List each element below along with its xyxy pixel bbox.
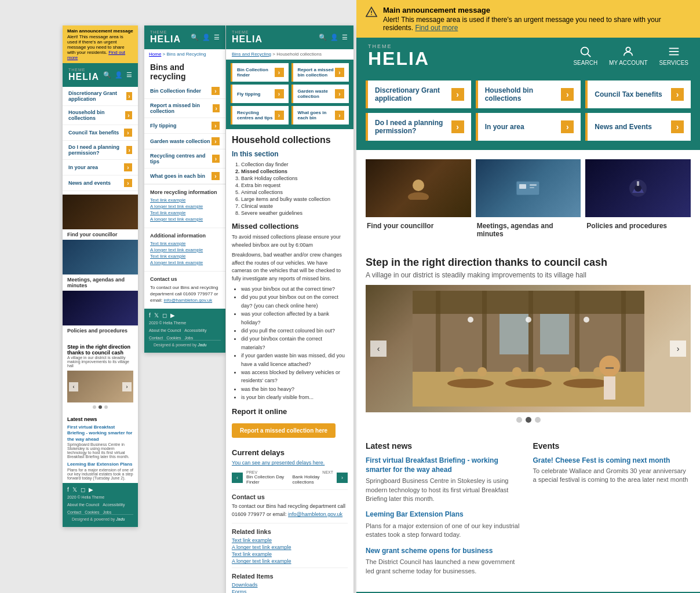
sm1-card-meetings[interactable]	[63, 240, 138, 274]
news-title-1[interactable]: First virtual Breakfast Briefing - worki…	[366, 456, 524, 474]
p3-nav-finder[interactable]: Bin Collection finder ›	[231, 63, 289, 82]
logo[interactable]: THEME HELIA	[368, 43, 429, 68]
sm1-instagram[interactable]: ◻	[81, 486, 85, 493]
news-title-3[interactable]: New grant scheme opens for business	[366, 547, 524, 556]
sm2-nav-fly[interactable]: Fly tipping ›	[144, 118, 225, 134]
sm1-facebook[interactable]: f	[67, 486, 69, 493]
p3-search-icon[interactable]: 🔍	[319, 34, 327, 41]
p3-related-link-4[interactable]: A longer text link example	[232, 558, 348, 564]
p3-nav-missed[interactable]: Report a missed bin collection ›	[291, 63, 349, 82]
sm2-footer-jobs[interactable]: Jobs	[184, 336, 193, 340]
sm2-instagram[interactable]: ◻	[162, 312, 167, 319]
nav-tile-news[interactable]: News and Events ›	[585, 113, 691, 141]
nav-tile-area[interactable]: In your area ›	[476, 113, 581, 141]
sm2-add-link-4[interactable]: A longer text link example	[150, 260, 220, 265]
sm2-jadu[interactable]: Jadu	[198, 343, 206, 347]
sm2-more-link-3[interactable]: Text link example	[150, 210, 220, 215]
sm1-news-title-2[interactable]: Leeming Bar Extension Plans	[67, 462, 133, 467]
sm2-more-link-4[interactable]: A longer text link example	[150, 217, 220, 222]
sm2-nav-finder[interactable]: Bin Collection finder ›	[144, 83, 225, 99]
p3-related-link-3[interactable]: Text link example	[232, 551, 348, 557]
sm1-jadu[interactable]: Jadu	[116, 517, 125, 521]
nav-tile-household[interactable]: Household bin collections ›	[476, 80, 581, 108]
nav-tile-council-tax[interactable]: Council Tax benefits ›	[585, 80, 691, 108]
sm1-menu-icon[interactable]: ☰	[126, 71, 132, 79]
sm1-nav-household[interactable]: Household bin collections ›	[63, 106, 138, 125]
sm1-twitter[interactable]: 𝕏	[72, 486, 77, 493]
p3-related-item-downloads[interactable]: Downloads	[232, 582, 348, 588]
sm2-logo[interactable]: THEME HELIA	[150, 30, 181, 45]
p3-logo[interactable]: THEME HELIA	[232, 30, 262, 45]
sm2-more-link-1[interactable]: Text link example	[150, 197, 220, 203]
p3-related-link-2[interactable]: A longer text link example	[232, 544, 348, 550]
sm2-breadcrumb-home[interactable]: Home	[149, 52, 161, 57]
sm2-nav-missed[interactable]: Report a missed bin collection ›	[144, 99, 225, 118]
sm1-card-councillor[interactable]	[63, 195, 138, 229]
p3-account-icon[interactable]: 👤	[330, 34, 338, 41]
p3-prev-button[interactable]: ‹	[232, 473, 243, 483]
p3-nav-fly[interactable]: Fly tipping ›	[231, 85, 289, 103]
p3-contact-email[interactable]: info@hambleton.gov.uk	[288, 511, 342, 517]
card-councillor[interactable]: Find your councillor	[366, 159, 471, 238]
sm1-logo[interactable]: THEME HELIA	[68, 68, 99, 82]
sm1-dot-1[interactable]	[93, 405, 96, 409]
nav-tile-discretionary[interactable]: Discretionary Grant application ›	[366, 80, 471, 108]
sm2-nav-bins[interactable]: What goes in each bin ›	[144, 169, 225, 184]
sm2-add-link-3[interactable]: Text link example	[150, 254, 220, 259]
account-button[interactable]: MY ACCOUNT	[609, 45, 648, 66]
sm2-add-link-2[interactable]: A longer text link example	[150, 247, 220, 252]
sm2-account-icon[interactable]: 👤	[202, 34, 210, 41]
sm1-search-icon[interactable]: 🔍	[103, 71, 111, 79]
sm1-dot-3[interactable]	[104, 405, 108, 409]
sm1-footer-jobs[interactable]: Jobs	[103, 510, 111, 514]
carousel-dot-2[interactable]	[526, 417, 531, 423]
sm2-twitter[interactable]: 𝕏	[154, 312, 159, 319]
sm1-footer-contact[interactable]: Contact	[67, 510, 81, 514]
nav-tile-planning[interactable]: Do I need a planning permission? ›	[366, 113, 471, 141]
sm1-news-title-1[interactable]: First virtual Breakfast Briefing - worki…	[67, 424, 133, 442]
news-title-2[interactable]: Leeming Bar Extension Plans	[366, 510, 524, 519]
sm2-nav-garden[interactable]: Garden waste collection ›	[144, 134, 225, 149]
sm1-footer-about[interactable]: About the Council	[67, 503, 99, 507]
carousel-dot-1[interactable]	[516, 417, 522, 423]
sm1-dot-2[interactable]	[99, 405, 102, 409]
sm2-footer-about[interactable]: About the Council	[149, 328, 181, 332]
sm1-footer-cookies[interactable]: Cookies	[85, 510, 99, 514]
sm2-menu-icon[interactable]: ☰	[214, 34, 220, 41]
carousel-prev-button[interactable]: ‹	[370, 341, 387, 357]
sm1-account-icon[interactable]: 👤	[115, 71, 123, 79]
sm1-card-policies[interactable]	[63, 291, 138, 325]
p3-related-item-forms[interactable]: Forms	[232, 589, 348, 593]
carousel-dot-3[interactable]	[535, 417, 541, 423]
sm2-search-icon[interactable]: 🔍	[191, 34, 199, 41]
sm1-nav-news[interactable]: News and events ›	[63, 175, 138, 191]
p3-nav-recycling[interactable]: Recycling centres and tips ›	[231, 106, 289, 125]
p3-next-button[interactable]: ›	[337, 473, 348, 483]
sm2-facebook[interactable]: f	[149, 312, 151, 319]
sm1-nav-council-tax[interactable]: Council Tax benefits ›	[63, 125, 138, 141]
event-title-1[interactable]: Grate! Cheese Fest is coming next month	[533, 456, 691, 464]
sm1-footer-accessibility[interactable]: Accessibility	[103, 503, 125, 507]
p3-related-link-1[interactable]: Text link example	[232, 537, 348, 543]
sm1-nav-discretionary[interactable]: Discretionary Grant application ›	[63, 87, 138, 106]
p3-delays-link[interactable]: You can see any presented delays here.	[232, 460, 348, 466]
sm1-carousel-next[interactable]: ›	[122, 382, 132, 391]
sm2-footer-accessibility[interactable]: Accessibility	[184, 328, 206, 332]
p3-breadcrumb-home[interactable]: Bins and Recycling	[232, 52, 271, 57]
card-policies[interactable]: Policies and procedures	[585, 159, 691, 238]
p3-report-button[interactable]: Report a missed collection here	[232, 423, 336, 438]
sm2-nav-recycling[interactable]: Recycling centres and tips ›	[144, 149, 225, 169]
p3-nav-bins[interactable]: What goes in each bin ›	[291, 106, 349, 125]
sm2-footer-contact[interactable]: Contact	[149, 336, 163, 340]
sm2-more-link-2[interactable]: A longer text link example	[150, 204, 220, 209]
search-button[interactable]: SEARCH	[573, 45, 597, 66]
services-button[interactable]: SERVICES	[659, 45, 688, 66]
sm2-footer-cookies[interactable]: Cookies	[166, 336, 181, 340]
sm1-carousel-prev[interactable]: ‹	[69, 382, 78, 391]
card-meetings[interactable]: Meetings, agendas and minutes	[476, 159, 581, 238]
p3-menu-icon[interactable]: ☰	[342, 34, 348, 41]
p3-nav-garden[interactable]: Garden waste collection ›	[291, 85, 349, 103]
announcement-link[interactable]: Find out more	[415, 24, 458, 32]
sm2-youtube[interactable]: ▶	[170, 312, 175, 319]
sm2-contact-email[interactable]: info@hambleton.gov.uk	[164, 298, 213, 303]
